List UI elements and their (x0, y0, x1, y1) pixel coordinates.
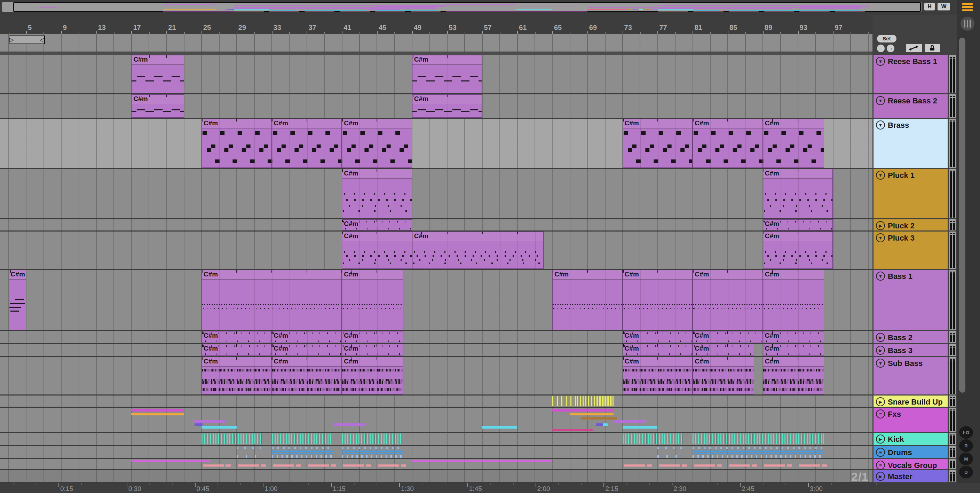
scrub-area[interactable]: ▷ ◁ (0, 34, 872, 51)
forward-arrow-button[interactable]: → (887, 45, 894, 52)
audio-strip-clip[interactable] (194, 423, 202, 426)
vocal-chop-clip[interactable] (729, 464, 750, 466)
time-ruler[interactable]: 0:150:300:451:001:151:301:452:002:152:30… (0, 483, 980, 493)
track-lane-vocals-group[interactable] (0, 459, 872, 469)
midi-clip[interactable]: C#m (342, 169, 412, 218)
track-header-pluck-3[interactable]: ▼Pluck 3 (873, 231, 948, 269)
track-lane-drums[interactable] (0, 446, 872, 458)
audio-strip-clip[interactable] (131, 409, 184, 412)
vocal-chop-clip[interactable] (261, 464, 266, 466)
fold-arrow-down-icon[interactable]: ▼ (876, 171, 885, 180)
track-header-pluck-1[interactable]: ▼Pluck 1 (873, 169, 948, 218)
vocal-chop-clip[interactable] (682, 464, 687, 466)
audio-strip-clip[interactable] (623, 426, 658, 429)
track-header-fxs[interactable]: ≡Fxs (873, 408, 948, 432)
mixer-panel-icon[interactable] (961, 17, 974, 30)
vocal-chop-clip[interactable] (273, 464, 294, 466)
midi-clip[interactable]: C#m (272, 119, 342, 168)
audio-strip-clip[interactable] (581, 417, 617, 420)
track-header-kick[interactable]: ▶Kick (873, 433, 948, 445)
track-lane-kick[interactable] (0, 433, 872, 445)
midi-clip[interactable]: C#m (623, 331, 693, 343)
arrangement-overview[interactable] (2, 2, 921, 12)
midi-clip[interactable]: C#m (763, 344, 824, 356)
fold-arrow-down-icon[interactable]: ▼ (876, 359, 885, 368)
vocal-chop-clip[interactable] (694, 464, 715, 466)
track-lane-reese-bass-2[interactable]: C#mC#m (0, 94, 872, 118)
track-header-bass-1[interactable]: ▼Bass 1 (873, 270, 948, 330)
track-lane-sub-bass[interactable]: C#mC#mC#mC#mC#mC#m (0, 357, 872, 394)
audio-strip-clip[interactable] (193, 420, 225, 423)
mixer-toggle-io[interactable]: I·O (959, 426, 973, 439)
fold-arrow-right-icon[interactable]: ▶ (876, 397, 885, 406)
track-header-snare-build-up[interactable]: ▶Snare Build Up (873, 396, 948, 407)
midi-clip[interactable]: C#m (623, 357, 693, 394)
vocal-chop-clip[interactable] (752, 464, 757, 466)
vocal-chop-clip[interactable] (331, 464, 336, 466)
midi-clip[interactable]: C#m (412, 231, 544, 269)
audio-strip-clip[interactable] (596, 423, 603, 426)
fold-arrow-down-icon[interactable]: ▼ (876, 271, 885, 281)
track-lane-bass-1[interactable]: C#mC#mC#mC#mC#mC#mC#m (0, 270, 872, 330)
midi-clip[interactable]: C#m (202, 270, 342, 330)
track-lane-reese-bass-1[interactable]: C#mC#m (0, 55, 872, 93)
fold-arrow-right-icon[interactable]: ▶ (876, 346, 885, 355)
group-icon[interactable]: ≡ (876, 461, 885, 470)
kick-audio-clip[interactable] (623, 434, 684, 444)
midi-clip[interactable]: C#m (202, 344, 272, 356)
midi-clip[interactable]: C#m (623, 270, 693, 330)
drums-audio-clip[interactable] (692, 446, 824, 458)
track-lane-pluck-3[interactable]: C#mC#mC#m (0, 231, 872, 269)
kick-audio-clip[interactable] (342, 434, 403, 444)
track-lane-pluck-1[interactable]: C#mC#m (0, 169, 872, 218)
track-header-bass-3[interactable]: ▶Bass 3 (873, 344, 948, 356)
midi-clip[interactable]: C#m (692, 119, 763, 168)
fold-arrow-down-icon[interactable]: ▼ (876, 233, 885, 243)
fold-arrow-right-icon[interactable]: ▶ (876, 472, 885, 481)
vocal-chop-clip[interactable] (822, 464, 827, 466)
midi-clip[interactable]: C#m (272, 344, 342, 356)
track-header-sub-bass[interactable]: ▼Sub Bass (873, 357, 948, 394)
midi-clip[interactable]: C#m (131, 55, 184, 93)
midi-clip[interactable]: C#m (131, 94, 184, 118)
vocal-chop-clip[interactable] (659, 464, 680, 466)
midi-clip[interactable]: C#m (552, 270, 623, 330)
midi-clip[interactable]: C#m (342, 270, 403, 330)
vocal-chop-clip[interactable] (717, 464, 722, 466)
track-header-master[interactable]: ▶Master (873, 470, 948, 482)
midi-clip[interactable]: C#m (272, 357, 342, 394)
kick-audio-clip[interactable] (692, 434, 824, 444)
midi-clip[interactable]: C#m (763, 331, 824, 343)
audio-strip-clip[interactable] (412, 460, 552, 462)
track-header-reese-bass-1[interactable]: ▼Reese Bass 1 (873, 55, 948, 93)
audio-strip-clip[interactable] (552, 409, 614, 412)
mixer-toggle-d[interactable]: D (959, 466, 973, 479)
track-lane-bass-3[interactable]: C#mC#mC#mC#mC#mC#m (0, 344, 872, 356)
midi-clip[interactable]: C#m (342, 331, 403, 343)
midi-clip[interactable]: C#m (342, 119, 412, 168)
fold-arrow-down-icon[interactable]: ▼ (876, 120, 885, 129)
midi-clip[interactable]: C#m (763, 231, 833, 269)
midi-clip[interactable]: C#m (342, 344, 403, 356)
vocal-chop-clip[interactable] (624, 464, 644, 466)
midi-clip[interactable]: C#m (623, 344, 693, 356)
track-lane-snare-build-up[interactable] (0, 396, 872, 407)
vocal-chop-clip[interactable] (401, 464, 406, 466)
audio-strip-clip[interactable] (131, 413, 184, 415)
audio-strip-clip[interactable] (482, 426, 517, 429)
vocal-chop-clip[interactable] (799, 464, 820, 466)
fold-tracks-height-button[interactable]: H (924, 3, 935, 10)
midi-clip[interactable]: C#m (763, 169, 833, 218)
drums-audio-clip[interactable] (342, 446, 403, 458)
kick-audio-clip[interactable] (202, 434, 263, 444)
midi-clip[interactable]: C#m (692, 331, 763, 343)
midi-clip[interactable]: C#m (692, 270, 763, 330)
track-header-brass[interactable]: ▼Brass (873, 119, 948, 168)
midi-clip[interactable]: C#m (202, 357, 272, 394)
vocal-chop-clip[interactable] (203, 464, 224, 466)
track-header-pluck-2[interactable]: ▶Pluck 2 (873, 219, 948, 230)
fold-arrow-right-icon[interactable]: ▶ (876, 434, 885, 444)
drums-audio-clip[interactable] (272, 446, 333, 458)
track-header-drums[interactable]: ≡Drums (873, 446, 948, 458)
vocal-chop-clip[interactable] (296, 464, 301, 466)
